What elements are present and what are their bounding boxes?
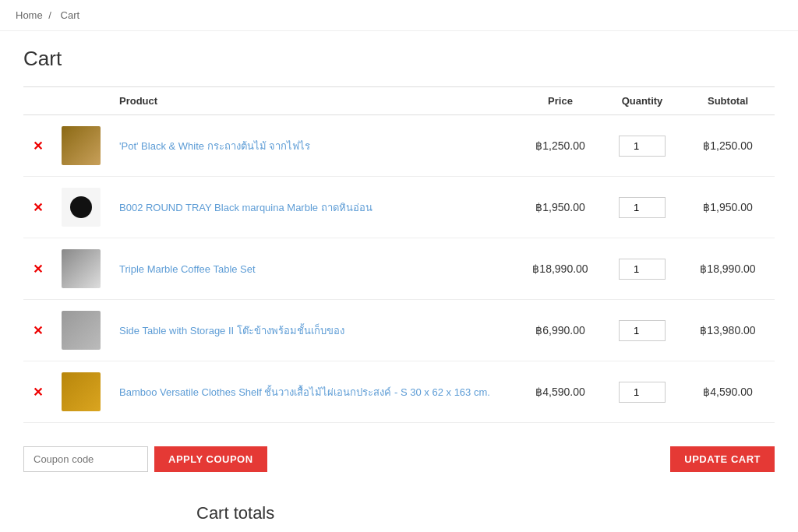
col-header-price: Price xyxy=(517,87,603,115)
coupon-section: Apply coupon xyxy=(23,446,267,472)
col-header-quantity: Quantity xyxy=(603,87,681,115)
apply-coupon-button[interactable]: Apply coupon xyxy=(154,446,267,472)
remove-button[interactable]: ✕ xyxy=(33,139,43,153)
table-row: ✕ Bamboo Versatile Clothes Shelf ชั้นวาง… xyxy=(23,361,775,423)
price-cell: ฿4,590.00 xyxy=(517,361,603,423)
product-image-cell xyxy=(52,300,110,361)
quantity-input[interactable] xyxy=(619,382,666,403)
remove-cell: ✕ xyxy=(23,115,52,177)
page-title: Cart xyxy=(23,47,775,71)
cart-totals-title: Cart totals xyxy=(196,503,602,523)
product-name-cell: B002 ROUND TRAY Black marquina Marble ถา… xyxy=(110,177,517,238)
quantity-cell xyxy=(603,115,681,177)
col-header-subtotal: Subtotal xyxy=(681,87,775,115)
subtotal-cell: ฿13,980.00 xyxy=(681,300,775,361)
subtotal-cell: ฿1,950.00 xyxy=(681,177,775,238)
coupon-input[interactable] xyxy=(23,446,148,472)
breadcrumb-separator: / xyxy=(48,9,51,21)
product-link[interactable]: Bamboo Versatile Clothes Shelf ชั้นวางเส… xyxy=(119,386,490,398)
product-image-cell xyxy=(52,238,110,300)
cart-totals-section: Cart totals Subtotal ฿40,760.00 Shipping… xyxy=(196,503,602,532)
price-cell: ฿18,990.00 xyxy=(517,238,603,300)
breadcrumb: Home / Cart xyxy=(0,0,798,31)
product-link[interactable]: B002 ROUND TRAY Black marquina Marble ถา… xyxy=(119,202,373,213)
quantity-input[interactable] xyxy=(619,136,666,157)
price-cell: ฿6,990.00 xyxy=(517,300,603,361)
table-row: ✕ Triple Marble Coffee Table Set ฿18,990… xyxy=(23,238,775,300)
product-name-cell: 'Pot' Black & White กระถางต้นไม้ จากไฟไร xyxy=(110,115,517,177)
product-link[interactable]: Side Table with Storage II โต๊ะข้างพร้อม… xyxy=(119,325,344,336)
product-image-cell xyxy=(52,177,110,238)
quantity-cell xyxy=(603,177,681,238)
quantity-input[interactable] xyxy=(619,197,666,218)
price-cell: ฿1,250.00 xyxy=(517,115,603,177)
quantity-input[interactable] xyxy=(619,259,666,280)
remove-button[interactable]: ✕ xyxy=(33,324,43,337)
subtotal-cell: ฿1,250.00 xyxy=(681,115,775,177)
remove-cell: ✕ xyxy=(23,361,52,423)
product-name-cell: Triple Marble Coffee Table Set xyxy=(110,238,517,300)
remove-cell: ✕ xyxy=(23,238,52,300)
cart-table: Product Price Quantity Subtotal ✕ 'Pot' … xyxy=(23,86,775,423)
price-cell: ฿1,950.00 xyxy=(517,177,603,238)
product-name-cell: Side Table with Storage II โต๊ะข้างพร้อม… xyxy=(110,300,517,361)
breadcrumb-current: Cart xyxy=(61,9,80,21)
table-row: ✕ B002 ROUND TRAY Black marquina Marble … xyxy=(23,177,775,238)
product-link[interactable]: 'Pot' Black & White กระถางต้นไม้ จากไฟไร xyxy=(119,140,310,152)
table-row: ✕ 'Pot' Black & White กระถางต้นไม้ จากไฟ… xyxy=(23,115,775,177)
col-header-remove xyxy=(23,87,52,115)
product-link[interactable]: Triple Marble Coffee Table Set xyxy=(119,263,256,275)
product-image-cell xyxy=(52,361,110,423)
quantity-input[interactable] xyxy=(619,320,666,341)
remove-cell: ✕ xyxy=(23,177,52,238)
quantity-cell xyxy=(603,238,681,300)
remove-cell: ✕ xyxy=(23,300,52,361)
breadcrumb-home[interactable]: Home xyxy=(16,9,43,21)
table-row: ✕ Side Table with Storage II โต๊ะข้างพร้… xyxy=(23,300,775,361)
quantity-cell xyxy=(603,300,681,361)
update-cart-button[interactable]: Update cart xyxy=(670,446,775,472)
cart-actions: Apply coupon Update cart xyxy=(23,439,775,480)
product-image-cell xyxy=(52,115,110,177)
product-name-cell: Bamboo Versatile Clothes Shelf ชั้นวางเส… xyxy=(110,361,517,423)
subtotal-cell: ฿18,990.00 xyxy=(681,238,775,300)
quantity-cell xyxy=(603,361,681,423)
remove-button[interactable]: ✕ xyxy=(33,201,43,214)
col-header-product: Product xyxy=(110,87,517,115)
col-header-image xyxy=(52,87,110,115)
subtotal-cell: ฿4,590.00 xyxy=(681,361,775,423)
remove-button[interactable]: ✕ xyxy=(33,386,43,399)
remove-button[interactable]: ✕ xyxy=(33,262,43,276)
